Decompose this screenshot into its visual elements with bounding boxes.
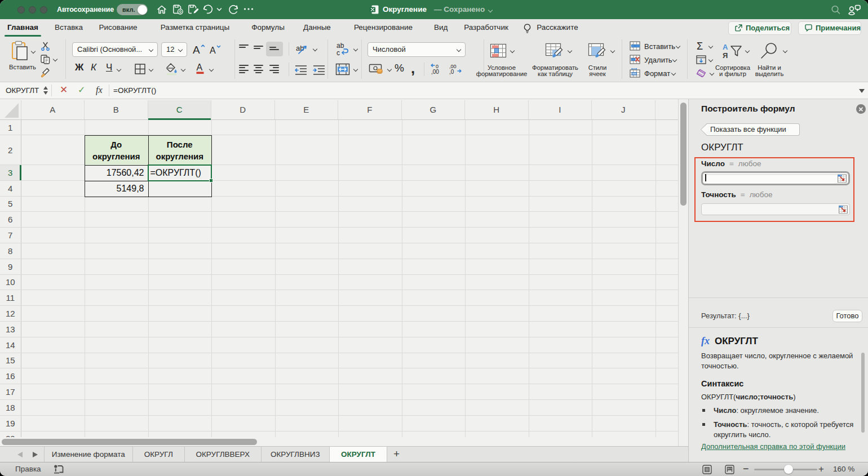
next-sheet-icon[interactable] [33,452,38,457]
name-box-stepper[interactable] [43,86,48,95]
cut-icon[interactable] [41,42,50,54]
wrap-text-icon[interactable]: abc [335,41,350,59]
bold-button[interactable]: Ж [75,62,83,73]
sheet-tab-1[interactable]: Изменение формата [44,447,133,462]
row-header-5[interactable]: 5 [0,197,21,212]
document-title[interactable]: Округление [383,0,427,19]
find-select-dropdown-icon[interactable] [783,48,787,53]
font-color-icon[interactable]: А [194,62,207,78]
font-name-select[interactable]: Calibri (Основной... [72,42,158,57]
align-center-icon[interactable] [254,65,263,73]
column-header-B[interactable]: B [85,100,148,119]
increase-decimal-icon[interactable]: 0,00 [430,64,444,77]
align-right-icon[interactable] [269,65,279,75]
merge-cells-icon[interactable] [335,62,350,79]
italic-button[interactable]: К [91,62,96,73]
borders-icon[interactable] [134,63,147,78]
find-select-label[interactable]: Найти и выделить [747,65,792,77]
column-header-F[interactable]: F [338,100,402,119]
comma-style-button[interactable]: , [411,60,415,77]
align-left-icon[interactable] [239,65,249,75]
font-color-dropdown-icon[interactable] [209,67,214,72]
insert-cells-label[interactable]: Вставить [644,42,675,51]
decrease-decimal-icon[interactable]: ,00,0 [448,64,462,77]
cell-C4[interactable] [148,181,212,197]
cell-C2[interactable]: Послеокругления [148,135,212,165]
row-header-19[interactable]: 19 [0,416,21,431]
autosave-toggle[interactable]: вкл. [117,4,148,15]
accounting-format-icon[interactable] [369,63,384,78]
save-icon[interactable] [172,4,184,15]
autosum-button[interactable]: Σ [697,41,703,52]
column-header-I[interactable]: I [529,100,592,119]
underline-button[interactable]: Ч [106,62,112,73]
clear-icon[interactable] [696,68,707,81]
insert-dropdown-icon[interactable] [676,44,680,48]
cell-styles-label[interactable]: Стили ячеек [572,65,623,77]
cond-format-dropdown-icon[interactable] [510,48,515,53]
range-picker-icon[interactable] [839,205,848,213]
fill-color-icon[interactable] [165,63,179,78]
insert-function-button[interactable]: fx [96,82,103,99]
redo-icon[interactable] [227,4,239,15]
add-sheet-button[interactable]: + [393,447,400,462]
column-header-J[interactable]: J [592,100,656,119]
column-header-C[interactable]: C [148,100,212,119]
number-format-select[interactable]: Числовой [367,42,466,57]
arg2-input[interactable] [701,203,850,215]
format-painter-icon[interactable] [40,67,51,81]
orientation-icon[interactable]: ab [295,42,310,59]
zoom-window-button[interactable] [40,6,47,14]
row-header-4[interactable]: 4 [0,181,21,196]
column-header-H[interactable]: H [465,100,529,119]
underline-dropdown-icon[interactable] [117,67,121,72]
format-cells-icon[interactable] [630,68,640,80]
row-header-20[interactable]: 20 [0,431,21,437]
save-as-icon[interactable] [187,4,200,15]
sheet-tab-5[interactable]: ОКРУГЛТ [330,447,387,462]
increase-indent-icon[interactable] [312,64,326,79]
comments-button[interactable]: Примечания [798,21,861,35]
home-icon[interactable] [156,4,169,15]
conditional-formatting-icon[interactable] [490,43,507,61]
row-header-11[interactable]: 11 [0,290,21,305]
decrease-font-icon[interactable]: A [209,44,222,59]
ribbon-tab-5[interactable]: Формулы [250,19,286,37]
row-header-15[interactable]: 15 [0,353,21,368]
borders-dropdown-icon[interactable] [149,67,153,72]
sheet-tab-3[interactable]: ОКРУГЛВВЕРХ [185,447,262,462]
fill-down-icon[interactable] [696,55,706,66]
find-select-icon[interactable] [759,42,781,63]
align-bottom-icon[interactable] [269,47,279,52]
autosum-dropdown-icon[interactable] [708,44,713,48]
name-box[interactable]: ОКРУГЛТ [6,82,39,99]
row-header-18[interactable]: 18 [0,400,21,415]
vertical-scrollbar[interactable] [678,99,688,446]
accounting-dropdown-icon[interactable] [387,67,392,72]
column-headers[interactable]: ABCDEFGHIJ [0,100,678,120]
page-layout-view-icon[interactable] [725,465,734,476]
row-header-13[interactable]: 13 [0,322,21,337]
sheet-tab-2[interactable]: ОКРУГЛ [133,447,185,462]
range-picker-icon[interactable] [838,174,847,183]
undo-icon[interactable] [202,4,214,15]
fill-handle[interactable] [209,179,213,183]
ribbon-tab-2[interactable]: Вставка [54,19,84,37]
prev-sheet-icon[interactable] [17,452,23,457]
delete-dropdown-icon[interactable] [672,57,677,62]
row-header-12[interactable]: 12 [0,306,21,321]
row-header-8[interactable]: 8 [0,243,21,259]
confirm-entry-button[interactable]: ✓ [78,82,85,99]
format-dropdown-icon[interactable] [671,71,676,75]
done-button[interactable]: Готово [832,310,862,322]
copy-dropdown-icon[interactable] [53,57,57,61]
cancel-entry-button[interactable]: ✕ [60,82,68,99]
increase-font-icon[interactable]: A [192,43,206,59]
align-middle-icon[interactable] [254,46,263,51]
merge-cells-dropdown-icon[interactable] [353,67,358,72]
ribbon-tab-6[interactable]: Данные [302,19,333,37]
cell-B2[interactable]: Доокругления [85,135,148,165]
row-header-2[interactable]: 2 [0,135,21,164]
cond-format-label[interactable]: Условное форматирование [471,65,533,77]
ribbon-tab-7[interactable]: Рецензирование [348,19,419,37]
